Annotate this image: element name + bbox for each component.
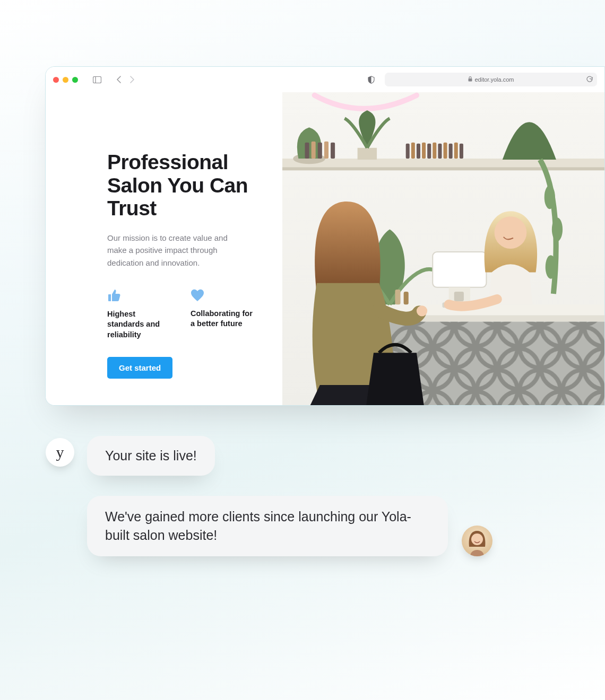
bot-message-bubble: Your site is live! [87,436,215,476]
address-bar[interactable]: editor.yola.com [385,73,597,86]
svg-rect-0 [93,76,101,83]
svg-rect-28 [433,143,436,159]
feature-label: Highest standards and reliability [107,309,174,340]
svg-rect-42 [404,292,409,304]
svg-point-43 [495,216,527,249]
svg-rect-13 [358,148,377,160]
browser-body: Professional Salon You Can Trust Our mis… [46,92,604,405]
browser-window: editor.yola.com Professional Salon You C… [45,66,605,406]
svg-rect-25 [417,144,420,159]
svg-rect-21 [324,142,329,159]
svg-rect-29 [438,144,442,159]
reload-button[interactable] [586,75,593,84]
svg-rect-40 [454,292,464,301]
feature-label: Collaborating for a better future [191,309,257,329]
user-avatar [462,526,492,556]
get-started-button[interactable]: Get started [107,357,172,379]
svg-rect-31 [449,144,453,159]
heart-icon [191,289,257,301]
svg-point-17 [546,255,556,279]
feature-standards: Highest standards and reliability [107,289,174,340]
svg-rect-11 [282,167,604,170]
svg-rect-10 [282,159,604,167]
sidebar-toggle-icon[interactable] [92,74,102,85]
svg-rect-26 [422,143,426,159]
minimize-window-button[interactable] [63,77,68,83]
maximize-window-button[interactable] [72,77,78,83]
thumbs-up-icon [107,289,174,302]
svg-rect-18 [305,143,309,159]
back-button[interactable] [114,74,123,85]
svg-rect-24 [411,143,415,159]
svg-rect-22 [331,143,335,159]
bot-message-row: y Your site is live! [46,436,502,476]
privacy-shield-icon[interactable] [366,74,376,85]
content-left: Professional Salon You Can Trust Our mis… [46,92,282,405]
svg-point-44 [417,305,427,316]
traffic-lights [53,77,78,83]
forward-button[interactable] [128,74,136,85]
svg-point-46 [471,533,483,545]
svg-rect-41 [395,290,400,304]
svg-rect-32 [454,143,458,159]
user-message-text: We've gained more clients since launchin… [105,509,411,542]
bot-message-text: Your site is live! [105,448,197,463]
svg-rect-2 [468,78,472,82]
svg-rect-19 [312,142,316,159]
svg-rect-37 [433,252,486,287]
svg-rect-33 [460,144,463,159]
svg-rect-30 [444,143,447,159]
bot-avatar: y [46,438,74,467]
lock-icon [468,76,472,83]
page-subtext: Our mission is to create value and make … [107,232,245,269]
hero-image [282,92,604,405]
user-message-row: We've gained more clients since launchin… [46,496,502,556]
features: Highest standards and reliability Collab… [107,289,257,340]
close-window-button[interactable] [53,77,59,83]
svg-point-16 [552,217,563,241]
user-message-bubble: We've gained more clients since launchin… [87,496,448,556]
svg-rect-23 [406,144,410,159]
bot-avatar-glyph: y [56,443,64,461]
chat-area: y Your site is live! We've gained more c… [46,436,502,556]
feature-collaboration: Collaborating for a better future [191,289,257,340]
svg-point-15 [544,186,555,209]
svg-rect-20 [318,143,322,159]
address-bar-url: editor.yola.com [475,76,514,83]
browser-chrome: editor.yola.com [46,67,604,92]
page-headline: Professional Salon You Can Trust [107,151,257,220]
svg-rect-27 [427,144,431,159]
